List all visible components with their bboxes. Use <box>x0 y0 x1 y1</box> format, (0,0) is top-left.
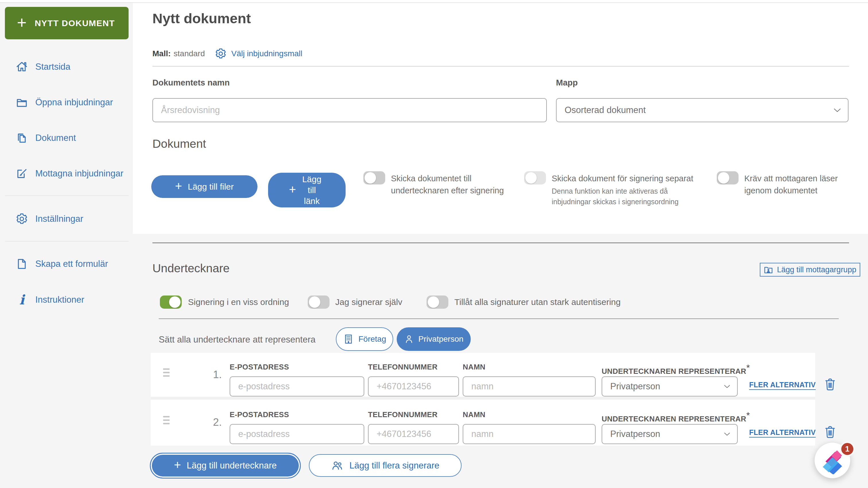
trash-icon[interactable] <box>823 377 837 391</box>
sidebar-item-installningar[interactable]: Inställningar <box>0 211 133 227</box>
building-icon <box>343 334 354 345</box>
email-input[interactable] <box>229 424 364 444</box>
people-icon <box>331 459 344 472</box>
toggle-allow-weak-auth-label: Tillåt alla signaturer utan stark autent… <box>454 297 621 307</box>
represents-select[interactable]: Privatperson <box>601 424 738 444</box>
toggle-self-sign[interactable] <box>308 295 330 309</box>
doc-name-label: Dokumentets namn <box>152 78 229 88</box>
company-button-label: Företag <box>359 334 386 344</box>
add-signer-button[interactable]: + Lägg till undertecknare <box>150 453 301 479</box>
template-row: Mall: standard Välj inbjudningsmall <box>152 47 302 60</box>
toggle-knob <box>169 296 181 308</box>
represents-select[interactable]: Privatperson <box>601 377 738 396</box>
sidebar-item-label: Instruktioner <box>35 295 84 305</box>
add-link-button[interactable]: + Lägg till länk <box>268 173 346 207</box>
sidebar-item-label: Skapa ett formulär <box>35 259 108 269</box>
home-icon <box>15 60 28 73</box>
signer-row-number: 1. <box>213 369 222 381</box>
folder-select[interactable]: Osorterad dokument <box>556 98 848 122</box>
new-document-page: + NYTT DOKUMENT Startsida Öppna inbjudni… <box>0 0 868 488</box>
toggle-knob <box>525 172 537 184</box>
toggle-knob <box>365 172 376 184</box>
email-column-label: E-POSTADRESS <box>229 410 289 419</box>
toggle-send-separately-label: Skicka dokument för signering separat <box>552 172 724 185</box>
template-label: Mall: <box>152 49 171 58</box>
phone-input[interactable] <box>368 424 459 444</box>
notification-badge[interactable]: 1 <box>840 442 855 456</box>
represent-label: Sätt alla undertecknare att representera <box>159 334 315 345</box>
represents-column-label: UNDERTECKNAREN REPRESENTERAR* <box>601 410 750 423</box>
toggle-signing-order[interactable] <box>160 295 182 309</box>
email-column-label: E-POSTADRESS <box>229 363 289 371</box>
email-input[interactable] <box>229 377 364 396</box>
signer-row-number: 2. <box>213 416 222 428</box>
chevron-down-icon <box>724 432 730 436</box>
represents-column-label: UNDERTECKNAREN REPRESENTERAR* <box>601 363 750 376</box>
plus-icon: + <box>175 180 182 192</box>
represents-select-value: Privatperson <box>610 429 660 439</box>
sidebar-item-label: Inställningar <box>35 214 83 224</box>
add-recipient-group-button[interactable]: Lägg till mottagargrupp <box>760 263 860 276</box>
documents-icon <box>15 131 28 144</box>
sidebar-item-label: Mottagna inbjudningar <box>35 168 123 179</box>
represents-select-value: Privatperson <box>610 381 660 392</box>
add-files-button[interactable]: + Lägg till filer <box>151 175 257 198</box>
add-multiple-signers-label: Lägg till flera signerare <box>349 460 439 471</box>
person-icon <box>404 334 414 344</box>
new-document-button[interactable]: + NYTT DOKUMENT <box>5 7 129 39</box>
sidebar-item-mottagna-inbjudningar[interactable]: Mottagna inbjudningar <box>0 166 133 182</box>
sidebar-item-skapa-formular[interactable]: Skapa ett formulär <box>0 256 133 272</box>
page-icon <box>15 257 28 270</box>
plus-icon: + <box>289 184 296 196</box>
gear-icon <box>15 212 28 226</box>
documents-heading: Dokument <box>152 137 206 151</box>
toggle-send-after-signing[interactable] <box>363 171 385 185</box>
sidebar-item-label: Startsida <box>35 62 70 72</box>
choose-template-link[interactable]: Välj inbjudningsmall <box>231 49 302 58</box>
private-person-button[interactable]: Privatperson <box>397 327 471 351</box>
add-multiple-signers-button[interactable]: Lägg till flera signerare <box>309 454 462 477</box>
folder-icon <box>15 96 28 109</box>
toggle-knob <box>309 296 320 308</box>
chevron-down-icon <box>834 108 841 112</box>
more-options-link[interactable]: FLER ALTERNATIV <box>749 381 816 389</box>
more-options-link[interactable]: FLER ALTERNATIV <box>749 428 816 437</box>
toggle-require-read[interactable] <box>717 171 739 185</box>
toggle-send-separately-note: Denna funktion kan inte aktiveras då inb… <box>552 186 696 207</box>
toggle-send-after-signing-label: Skicka dokumentet till undertecknaren ef… <box>391 172 520 197</box>
add-recipient-group-label: Lägg till mottagargrupp <box>777 265 856 274</box>
required-asterisk: * <box>746 363 750 373</box>
sidebar-divider <box>5 195 129 196</box>
toggle-self-sign-label: Jag signerar själv <box>335 297 402 307</box>
name-column-label: NAMN <box>463 363 485 371</box>
toggle-knob <box>718 172 730 184</box>
folder-label: Mapp <box>556 78 578 88</box>
sidebar-item-label: Öppna inbjudningar <box>35 97 113 107</box>
row-separator <box>151 397 815 400</box>
drag-handle[interactable] <box>163 368 169 377</box>
name-input[interactable] <box>463 377 596 396</box>
trash-icon[interactable] <box>823 425 837 439</box>
gear-icon[interactable] <box>215 47 227 60</box>
edit-document-icon <box>15 167 28 180</box>
name-input[interactable] <box>463 424 596 444</box>
sidebar-item-instruktioner[interactable]: i Instruktioner <box>0 292 133 308</box>
toggle-allow-weak-auth[interactable] <box>427 295 448 309</box>
section-divider <box>152 242 849 243</box>
phone-input[interactable] <box>368 377 459 396</box>
toggle-send-separately[interactable] <box>524 171 546 185</box>
doc-name-input[interactable] <box>152 98 547 122</box>
phone-column-label: TELEFONNUMMER <box>368 410 437 419</box>
sidebar-item-startsida[interactable]: Startsida <box>0 59 133 75</box>
drag-handle[interactable] <box>163 416 169 424</box>
company-button[interactable]: Företag <box>336 327 393 351</box>
toggle-knob <box>428 296 439 308</box>
plus-icon: + <box>17 14 27 31</box>
private-person-button-label: Privatperson <box>418 334 463 344</box>
folder-select-value: Osorterad dokument <box>565 105 646 115</box>
sidebar-item-oppna-inbjudningar[interactable]: Öppna inbjudningar <box>0 94 133 110</box>
toggles-divider <box>159 319 839 319</box>
sidebar-item-dokument[interactable]: Dokument <box>0 130 133 146</box>
chevron-down-icon <box>724 384 730 388</box>
new-document-label: NYTT DOKUMENT <box>35 19 115 28</box>
